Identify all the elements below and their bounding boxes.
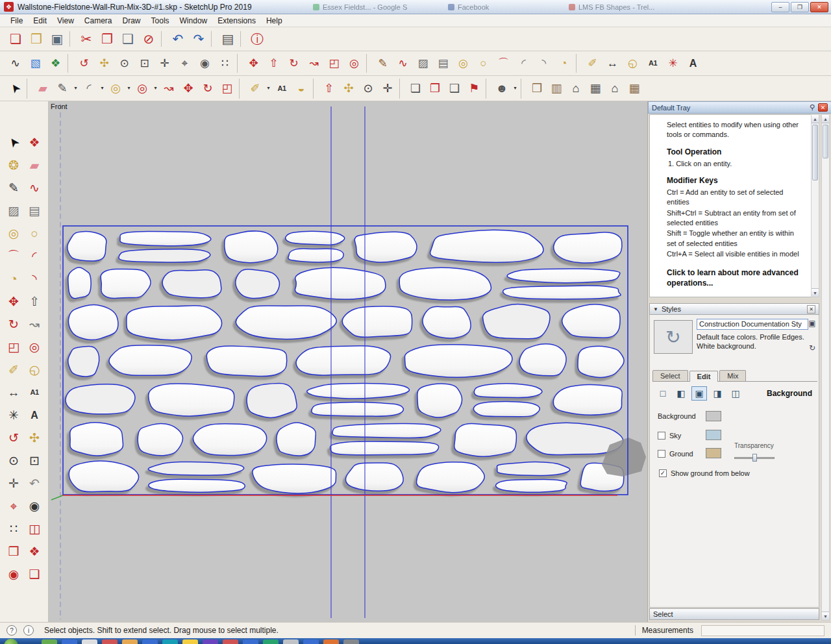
taskbar-app[interactable] xyxy=(122,639,138,644)
arc[interactable]: ◜ xyxy=(79,79,99,99)
stone[interactable] xyxy=(399,267,491,300)
stone[interactable] xyxy=(423,306,471,338)
package[interactable]: ▥ xyxy=(547,79,566,99)
taskbar-app[interactable] xyxy=(162,639,178,644)
menu-window[interactable]: Window xyxy=(175,15,213,27)
follow-me[interactable]: ↝ xyxy=(24,313,45,336)
stone[interactable] xyxy=(354,232,417,262)
stone[interactable] xyxy=(149,479,245,492)
3d-text-tool[interactable]: A xyxy=(683,54,703,73)
two-point-arc[interactable]: ◜ xyxy=(514,54,534,73)
sign-in[interactable]: ☻ xyxy=(492,79,512,99)
paste[interactable]: ❑ xyxy=(118,29,138,49)
background-swatch[interactable] xyxy=(706,411,721,421)
transparency-slider[interactable] xyxy=(734,454,775,462)
stone[interactable] xyxy=(138,423,182,455)
edge-settings-icon[interactable]: □ xyxy=(655,386,671,401)
dimension[interactable]: ↔ xyxy=(602,54,623,73)
tape-measure[interactable]: ✐ xyxy=(3,358,24,381)
stone[interactable] xyxy=(345,463,403,491)
move[interactable]: ✥ xyxy=(179,79,198,99)
tape-measure[interactable]: ✐ xyxy=(245,79,265,99)
freehand[interactable]: ∿ xyxy=(393,54,413,73)
rotate[interactable]: ↻ xyxy=(198,79,217,99)
stone[interactable] xyxy=(68,267,91,299)
zoom[interactable]: ⊙ xyxy=(114,54,134,73)
help-icon[interactable]: ? xyxy=(6,625,17,636)
select[interactable]: ➤ xyxy=(1,75,29,102)
rotate[interactable]: ↻ xyxy=(3,313,24,336)
dropdown-arrow[interactable]: ▾ xyxy=(72,79,79,99)
stone[interactable] xyxy=(578,346,624,377)
stone[interactable] xyxy=(296,346,391,375)
stone[interactable] xyxy=(295,267,385,299)
menu-camera[interactable]: Camera xyxy=(79,15,118,27)
dropdown-arrow[interactable]: ▾ xyxy=(152,79,159,99)
stone[interactable] xyxy=(342,306,412,338)
scroll-down-icon[interactable]: ▼ xyxy=(822,612,829,620)
home[interactable]: ⌂ xyxy=(566,79,586,99)
stone[interactable] xyxy=(119,249,210,262)
style-thumbnail[interactable]: ↻ xyxy=(654,320,693,354)
menu-edit[interactable]: Edit xyxy=(28,15,52,27)
slider-handle[interactable] xyxy=(752,454,757,462)
dropdown-arrow[interactable]: ▾ xyxy=(265,79,272,99)
stone[interactable] xyxy=(70,423,123,456)
menu-tools[interactable]: Tools xyxy=(146,15,175,27)
taskbar-app[interactable] xyxy=(62,639,77,644)
stone[interactable] xyxy=(127,306,222,340)
rotate[interactable]: ↻ xyxy=(284,54,304,73)
walk[interactable]: ∷ xyxy=(215,54,235,73)
eraser[interactable]: ▰ xyxy=(33,79,53,99)
offset[interactable]: ◎ xyxy=(344,54,364,73)
sky-checkbox[interactable] xyxy=(658,432,665,440)
taskbar-app[interactable] xyxy=(182,639,198,644)
menu-file[interactable]: File xyxy=(5,15,28,27)
zoom-previous[interactable]: ↶ xyxy=(24,472,45,495)
stone[interactable] xyxy=(193,424,266,456)
secondary-pane-icon[interactable]: ▣ xyxy=(808,319,817,328)
taskbar-app[interactable] xyxy=(82,639,97,644)
freehand[interactable]: ∿ xyxy=(24,177,45,199)
scroll-thumb[interactable] xyxy=(812,125,818,180)
windows-taskbar[interactable] xyxy=(0,638,831,644)
text-tool[interactable]: A1 xyxy=(272,79,291,99)
update-style-icon[interactable]: ↻ xyxy=(808,343,817,353)
info-icon[interactable]: i xyxy=(23,625,34,636)
stone[interactable] xyxy=(503,286,621,299)
menu-help[interactable]: Help xyxy=(261,15,288,27)
tray-scrollbar[interactable]: ▲ ▼ xyxy=(821,114,830,621)
push-pull[interactable]: ⇧ xyxy=(319,79,339,99)
stone[interactable] xyxy=(225,231,278,263)
follow-me[interactable]: ↝ xyxy=(304,54,324,73)
styles-panel-header[interactable]: ▼ Styles ✕ xyxy=(649,303,819,315)
look-around[interactable]: ◉ xyxy=(24,495,45,517)
ground-swatch[interactable] xyxy=(706,448,721,458)
text-tool[interactable]: A1 xyxy=(643,54,663,73)
stone[interactable] xyxy=(405,345,512,378)
freehand-curve[interactable]: ∿ xyxy=(5,54,25,73)
arc[interactable]: ⌒ xyxy=(3,245,24,267)
paint-bucket[interactable]: ◒ xyxy=(291,79,311,99)
send-feedback[interactable]: ❑ xyxy=(24,563,45,586)
instructor-scrollbar[interactable]: ▲ ▼ xyxy=(811,114,819,297)
scale[interactable]: ◰ xyxy=(3,336,24,358)
stone[interactable] xyxy=(288,249,343,262)
style-doc[interactable]: ❐ xyxy=(425,79,445,99)
section-plane[interactable]: ◫ xyxy=(24,517,45,540)
maximize-button[interactable]: ❐ xyxy=(791,2,809,12)
copy[interactable]: ❐ xyxy=(97,29,118,49)
stone[interactable] xyxy=(497,462,569,476)
line[interactable]: ✎ xyxy=(3,177,24,199)
push-pull[interactable]: ⇧ xyxy=(24,290,45,313)
collapse-arrow-icon[interactable]: ▼ xyxy=(653,306,658,312)
protractor[interactable]: ◵ xyxy=(623,54,643,73)
save[interactable]: ▣ xyxy=(47,29,68,49)
polygon[interactable]: ○ xyxy=(473,54,493,73)
stone[interactable] xyxy=(430,230,543,262)
scale[interactable]: ◰ xyxy=(324,54,344,73)
taskbar-app[interactable] xyxy=(42,639,57,644)
stone[interactable] xyxy=(68,232,106,262)
stone[interactable] xyxy=(562,304,620,338)
look-around[interactable]: ◉ xyxy=(195,54,215,73)
